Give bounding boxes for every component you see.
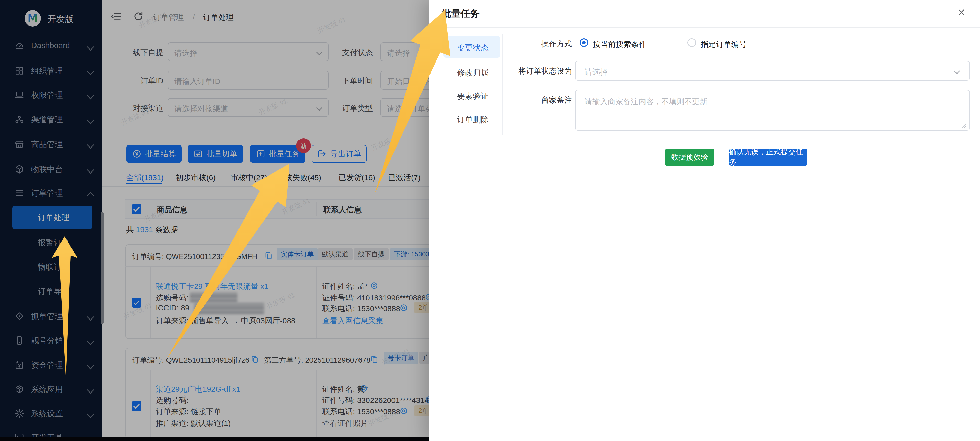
pre-validate-button[interactable]: 数据预效验 (665, 149, 714, 166)
status-label: 将订单状态设为 (511, 66, 572, 76)
radio-by-search-label[interactable]: 按当前搜索条件 (593, 39, 646, 50)
chevron-down-icon (954, 68, 960, 74)
status-select[interactable]: 请选择 (575, 61, 970, 81)
drawer-tab-change-owner[interactable]: 修改归属 (457, 67, 489, 78)
submit-task-button[interactable]: 确认无误，正式提交任务 (729, 149, 807, 166)
drawer-mask[interactable] (0, 0, 430, 441)
close-icon[interactable]: × (958, 6, 965, 19)
radio-by-order-no-label[interactable]: 指定订单编号 (701, 39, 747, 50)
op-mode-label: 操作方式 (511, 39, 572, 49)
drawer-tab-element-verify[interactable]: 要素验证 (457, 91, 489, 102)
radio-by-search[interactable] (580, 38, 588, 47)
batch-task-drawer: 批量任务 × 变更状态 修改归属 要素验证 订单删除 操作方式 按当前搜索条件 … (430, 0, 980, 441)
remark-label: 商家备注 (511, 95, 572, 105)
drawer-tabs-divider (502, 34, 503, 135)
drawer-tab-order-delete[interactable]: 订单删除 (457, 114, 489, 125)
resize-handle[interactable] (961, 123, 967, 128)
radio-by-order-no[interactable] (687, 38, 696, 47)
drawer-header (430, 0, 980, 27)
drawer-tab-change-status-label: 变更状态 (457, 42, 489, 53)
drawer-title: 批量任务 (442, 7, 479, 20)
remark-textarea[interactable]: 请输入商家备注内容，不填则不更新 (575, 90, 970, 131)
